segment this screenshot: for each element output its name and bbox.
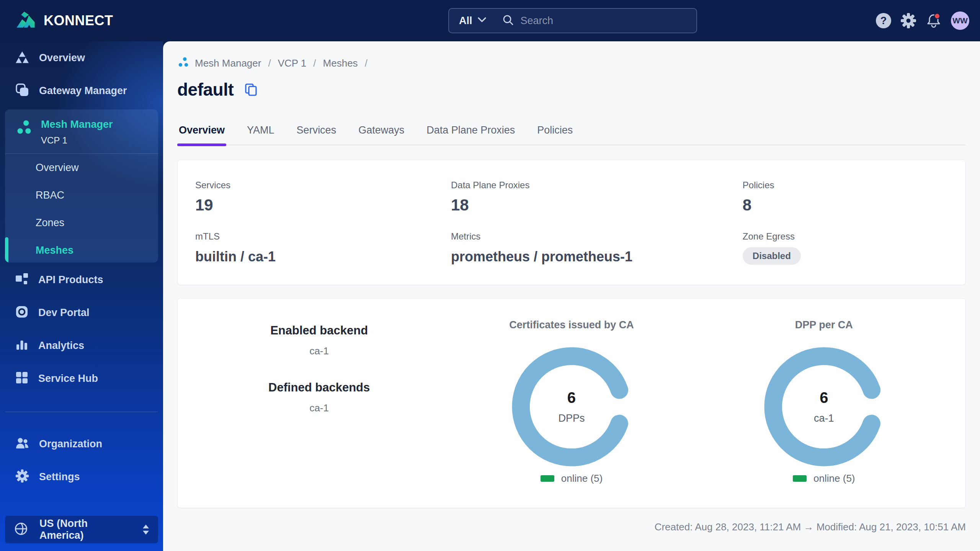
- breadcrumb: Mesh Manager / VCP 1 / Meshes /: [177, 56, 966, 71]
- stat-metrics: Metrics prometheus / prometheus-1: [451, 231, 743, 265]
- sidebar-item-meshes[interactable]: Meshes: [5, 236, 158, 262]
- backend-label: Defined backends: [193, 381, 445, 395]
- analytics-icon: [15, 338, 28, 353]
- defined-backends: Defined backends ca-1: [193, 381, 445, 414]
- stat-value: prometheus / prometheus-1: [451, 249, 743, 265]
- sidebar-item-label: Settings: [39, 471, 80, 483]
- sidebar-item-label: Service Hub: [38, 373, 98, 385]
- brand[interactable]: KONNECT: [15, 0, 113, 41]
- sidebar-item-overview[interactable]: Overview: [0, 41, 163, 74]
- donut-chart: 6 DPPs: [511, 346, 632, 467]
- settings-gear-icon: [15, 469, 29, 484]
- sidebar-item-settings[interactable]: Settings: [0, 460, 163, 493]
- legend-swatch-online: [541, 475, 554, 482]
- sidebar-item-service-hub[interactable]: Service Hub: [0, 362, 163, 395]
- sidebar-item-rbac[interactable]: RBAC: [5, 181, 158, 209]
- organization-icon: [15, 437, 29, 451]
- tab-yaml[interactable]: YAML: [245, 124, 276, 145]
- sidebar-item-label: Organization: [39, 438, 102, 450]
- tab-data-plane-proxies[interactable]: Data Plane Proxies: [425, 124, 516, 145]
- donut-label: ca-1: [814, 412, 834, 424]
- breadcrumb-link-mesh-manager[interactable]: Mesh Manager: [195, 57, 261, 69]
- gateway-manager-icon: [15, 83, 29, 98]
- tab-services[interactable]: Services: [295, 124, 338, 145]
- stat-label: Zone Egress: [743, 231, 948, 242]
- service-hub-icon: [15, 371, 28, 386]
- sidebar-item-label: Dev Portal: [38, 307, 90, 319]
- copy-icon[interactable]: [243, 82, 258, 97]
- mesh-manager-icon: [16, 119, 33, 146]
- created-modified-meta: Created: Aug 28, 2023, 11:21 AM → Modifi…: [177, 521, 966, 533]
- tab-bar: Overview YAML Services Gateways Data Pla…: [177, 124, 966, 145]
- backend-label: Enabled backend: [193, 324, 445, 337]
- breadcrumb-separator: /: [365, 57, 368, 69]
- stat-label: Policies: [743, 180, 948, 191]
- overview-stats-card: Services 19 Data Plane Proxies 18 Polici…: [177, 160, 966, 285]
- sidebar: Overview Gateway Manager Mesh Manager: [0, 41, 163, 551]
- stat-label: mTLS: [195, 231, 451, 242]
- sidebar-item-label: Overview: [39, 52, 85, 64]
- main-content: Mesh Manager / VCP 1 / Meshes / default …: [163, 41, 980, 551]
- tab-policies[interactable]: Policies: [536, 124, 574, 145]
- breadcrumb-separator: /: [268, 57, 271, 69]
- sidebar-divider: [5, 412, 158, 412]
- legend-label: online (5): [813, 473, 855, 484]
- chevron-down-icon: [478, 17, 486, 24]
- gear-icon[interactable]: [900, 13, 916, 29]
- stat-label: Services: [195, 180, 451, 191]
- brand-wordmark: KONNECT: [44, 13, 113, 29]
- topbar: KONNECT All ?: [0, 0, 980, 41]
- search-icon: [502, 14, 514, 27]
- stat-value: 8: [743, 196, 948, 214]
- donut-center: 6 ca-1: [763, 346, 884, 467]
- donut-value: 6: [820, 389, 828, 406]
- breadcrumb-link-vcp1[interactable]: VCP 1: [278, 57, 307, 69]
- region-value: US (North America): [39, 518, 131, 541]
- search-scope-dropdown[interactable]: All: [459, 15, 486, 27]
- stat-zone-egress: Zone Egress Disabled: [743, 231, 948, 265]
- chart-title: DPP per CA: [795, 319, 853, 331]
- legend-label: online (5): [561, 473, 603, 484]
- user-avatar[interactable]: WW: [951, 11, 969, 30]
- stat-value: 19: [195, 196, 451, 214]
- sidebar-item-gateway-manager[interactable]: Gateway Manager: [0, 74, 163, 107]
- region-selector[interactable]: US (North America): [5, 516, 158, 543]
- sidebar-item-zones[interactable]: Zones: [5, 209, 158, 236]
- breadcrumb-separator: /: [313, 57, 316, 69]
- stat-label: Metrics: [451, 231, 743, 242]
- sidebar-item-mesh-manager[interactable]: Mesh Manager VCP 1: [5, 109, 158, 146]
- sidebar-item-api-products[interactable]: API Products: [0, 263, 163, 296]
- donut-chart: 6 ca-1: [763, 346, 884, 467]
- chart-dpp-per-ca: DPP per CA 6 ca-1 online (5): [698, 319, 950, 508]
- backends-column: Enabled backend ca-1 Defined backends ca…: [193, 319, 445, 508]
- notifications-bell-icon[interactable]: [926, 13, 942, 29]
- breadcrumb-link-meshes[interactable]: Meshes: [323, 57, 358, 69]
- mesh-dots-icon: [177, 56, 189, 71]
- stat-services: Services 19: [195, 180, 451, 214]
- enabled-backend: Enabled backend ca-1: [193, 324, 445, 357]
- sidebar-item-label: Gateway Manager: [39, 85, 127, 97]
- sidebar-item-label: Analytics: [38, 340, 84, 352]
- donut-value: 6: [567, 389, 576, 406]
- globe-icon: [14, 522, 28, 537]
- status-badge: Disabled: [743, 247, 801, 265]
- tab-overview[interactable]: Overview: [177, 124, 226, 145]
- mesh-insights-card: Enabled backend ca-1 Defined backends ca…: [177, 298, 966, 508]
- sidebar-item-dev-portal[interactable]: Dev Portal: [0, 296, 163, 329]
- tab-gateways[interactable]: Gateways: [357, 124, 406, 145]
- stat-data-plane-proxies: Data Plane Proxies 18: [451, 180, 743, 214]
- sidebar-item-mesh-overview[interactable]: Overview: [5, 154, 158, 181]
- sidebar-item-analytics[interactable]: Analytics: [0, 329, 163, 362]
- mesh-manager-title: Mesh Manager: [41, 119, 113, 130]
- search-scope-value: All: [459, 15, 472, 27]
- chart-legend: online (5): [541, 473, 603, 484]
- search-input[interactable]: [521, 15, 686, 27]
- help-icon[interactable]: ?: [876, 13, 891, 28]
- backend-value: ca-1: [193, 402, 445, 414]
- chart-legend: online (5): [793, 473, 855, 484]
- konnect-app: KONNECT All ?: [0, 0, 980, 551]
- dev-portal-icon: [15, 305, 28, 320]
- legend-swatch-online: [793, 475, 807, 482]
- stat-label: Data Plane Proxies: [451, 180, 743, 191]
- sidebar-item-organization[interactable]: Organization: [0, 427, 163, 460]
